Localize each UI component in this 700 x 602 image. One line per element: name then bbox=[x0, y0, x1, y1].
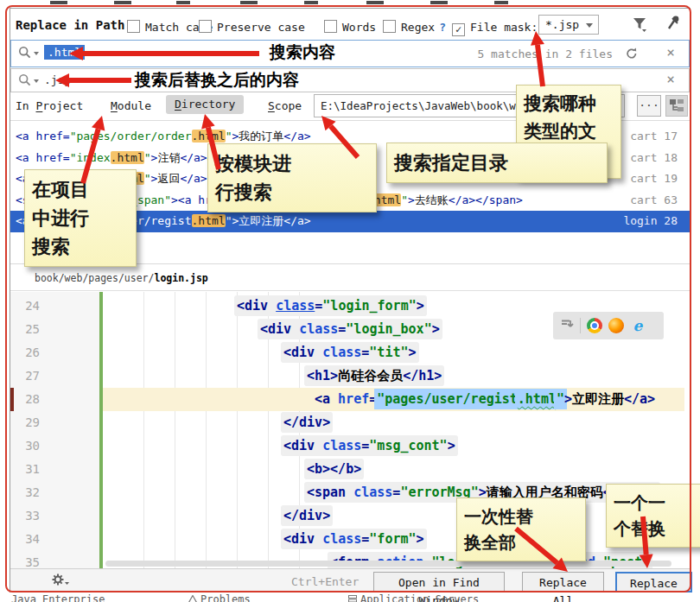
toggle-subdirectories-icon[interactable] bbox=[665, 95, 688, 117]
code-line: <b></b> bbox=[307, 458, 361, 481]
pin-icon[interactable] bbox=[666, 15, 682, 35]
code-segment: "tit" bbox=[369, 345, 408, 360]
search-icon[interactable] bbox=[18, 73, 32, 91]
replace-all-button[interactable]: Replace All bbox=[522, 572, 604, 592]
horizontal-scrollbar[interactable] bbox=[105, 561, 671, 567]
code-segment: <div bbox=[237, 298, 276, 314]
code-segment: > bbox=[448, 438, 455, 453]
firefox-icon[interactable] bbox=[608, 318, 624, 333]
code-segment: .html bbox=[192, 130, 226, 143]
close-icon[interactable]: × bbox=[666, 71, 675, 88]
checkbox-file-mask[interactable]: ✓ bbox=[452, 23, 465, 36]
gear-icon[interactable] bbox=[50, 572, 69, 592]
code-segment: class bbox=[322, 345, 361, 360]
search-icon[interactable] bbox=[18, 46, 32, 63]
code-line: <div class="tit"> bbox=[283, 341, 417, 364]
application-servers-icon bbox=[348, 595, 357, 602]
code-segment: <a href= bbox=[16, 130, 70, 143]
result-file-reference: cart 63 bbox=[630, 190, 678, 212]
line-number: 24 bbox=[12, 295, 40, 318]
checkbox-preserve-case[interactable] bbox=[199, 20, 212, 33]
code-segment: </div> bbox=[283, 415, 330, 430]
code-line: <a href="pages/user/regist.html">立即注册</a… bbox=[315, 388, 655, 411]
code-segment: > bbox=[408, 193, 415, 206]
vcs-change-bar bbox=[99, 292, 103, 568]
option-label: File mask: bbox=[470, 21, 538, 34]
indent-guide bbox=[206, 292, 207, 568]
code-segment: <div bbox=[283, 531, 322, 547]
code-line-text: <div class="msg_cont"> bbox=[283, 438, 455, 453]
browse-directory-button[interactable]: ... bbox=[637, 95, 661, 117]
code-line-text: </div> bbox=[283, 415, 330, 430]
line-number: 28 bbox=[12, 388, 40, 411]
status-item-application-servers[interactable]: Application Servers bbox=[348, 593, 479, 602]
code-segment: .html bbox=[111, 151, 144, 164]
code-segment: = bbox=[338, 321, 346, 337]
preview-breadcrumb-bar: book/web/pages/user/login.jsp bbox=[10, 264, 690, 291]
scope-tab-directory[interactable]: Directory bbox=[166, 95, 244, 114]
code-segment: > bbox=[417, 531, 424, 547]
code-segment: </a></span> bbox=[449, 193, 523, 206]
status-item-java-enterprise[interactable]: Java Enterprise bbox=[11, 593, 105, 602]
code-segment: <a bbox=[315, 391, 338, 407]
sticky-note-line: 中进行 bbox=[32, 204, 129, 232]
chevron-down-icon[interactable] bbox=[34, 79, 39, 83]
code-line-text: <div class="form"> bbox=[283, 531, 424, 547]
close-icon[interactable]: × bbox=[666, 44, 675, 61]
indent-guide bbox=[175, 292, 175, 568]
code-segment: 立即注册 bbox=[239, 214, 283, 227]
option-label: Words bbox=[342, 21, 376, 34]
code-segment: class bbox=[322, 438, 361, 453]
refresh-icon[interactable] bbox=[625, 47, 639, 64]
dialog-title: Replace in Path bbox=[16, 18, 124, 32]
code-line-text: <div class="login_box"> bbox=[260, 321, 440, 337]
code-segment: = bbox=[369, 391, 377, 407]
code-segment: </div> bbox=[283, 508, 330, 523]
code-segment: = bbox=[361, 438, 369, 453]
code-segment: > bbox=[409, 345, 417, 360]
line-number: 27 bbox=[12, 364, 40, 388]
code-segment: <div bbox=[283, 345, 322, 360]
checkbox-match-case[interactable] bbox=[127, 20, 140, 33]
indent-guide bbox=[237, 292, 238, 568]
chevron-down-icon[interactable] bbox=[34, 52, 39, 55]
line-number: 35 bbox=[12, 551, 40, 568]
result-file-reference: cart 19 bbox=[630, 168, 678, 190]
code-line: <div class="login_form"> bbox=[237, 295, 424, 318]
sticky-note-module: 按模块进行搜索 bbox=[207, 143, 377, 212]
scope-tab-scope[interactable]: Scope bbox=[268, 97, 302, 116]
code-segment: .html bbox=[518, 391, 557, 407]
code-segment: "login_form" bbox=[322, 298, 416, 314]
regex-help-icon[interactable]: ? bbox=[439, 21, 446, 34]
sticky-note-line: 在项目 bbox=[32, 175, 129, 204]
annotation-label-1: 搜索内容 bbox=[270, 41, 335, 64]
code-segment: 立即注册 bbox=[572, 391, 624, 407]
code-line: <div class="login_box"> bbox=[260, 318, 440, 341]
code-line: <h1>尚硅谷会员</h1> bbox=[307, 364, 442, 388]
open-in-find-window-button[interactable]: Open in Find Window bbox=[373, 572, 505, 592]
internet-explorer-icon[interactable]: e bbox=[630, 318, 646, 333]
replace-button[interactable]: Replace bbox=[615, 572, 692, 592]
result-file-reference: cart 17 bbox=[630, 126, 678, 148]
shortcut-hint: Ctrl+Enter bbox=[291, 575, 359, 588]
checkbox-regex[interactable] bbox=[383, 20, 396, 33]
sticky-note-replace-all: 一次性替换全部 bbox=[456, 497, 586, 561]
status-item-problems[interactable]: Problems bbox=[188, 593, 251, 602]
code-segment: 我的订单 bbox=[239, 130, 283, 143]
file-mask-combobox[interactable]: *.jsp bbox=[538, 15, 599, 35]
code-line-text: <div class="login_form"> bbox=[237, 298, 424, 314]
chevron-down-icon[interactable] bbox=[586, 23, 593, 28]
sticky-note-line: 换全部 bbox=[464, 529, 578, 555]
scroll-to-source-icon[interactable] bbox=[560, 317, 574, 334]
checkbox-words[interactable] bbox=[324, 20, 337, 33]
breadcrumb[interactable]: book/web/pages/user/login.jsp bbox=[35, 272, 208, 284]
option-label: Regex bbox=[401, 21, 435, 34]
replace-value-text: .jsp bbox=[44, 73, 71, 86]
code-segment: <b></b> bbox=[307, 461, 361, 477]
search-input[interactable]: .html 5 matches in 2 files × bbox=[10, 40, 690, 67]
chrome-icon[interactable] bbox=[587, 318, 602, 333]
filter-icon[interactable] bbox=[632, 16, 647, 35]
scope-tab-module[interactable]: Module bbox=[111, 97, 151, 116]
code-segment: </a> bbox=[180, 172, 207, 185]
scope-tab-in-project[interactable]: In Project bbox=[16, 97, 83, 116]
